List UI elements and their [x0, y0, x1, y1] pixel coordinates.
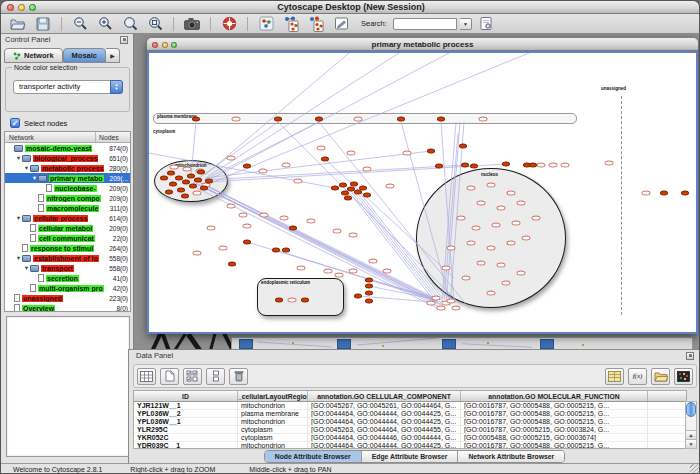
network-node[interactable] [169, 182, 177, 187]
network-node[interactable] [529, 163, 537, 168]
network-node-label[interactable] [537, 163, 546, 168]
tab-network[interactable]: Network [4, 48, 63, 63]
network-node-label[interactable] [487, 183, 496, 188]
float-data-panel-icon[interactable] [686, 352, 694, 360]
tree-row[interactable]: ▼cellular process614(0) [5, 213, 130, 223]
network-node-label[interactable] [502, 281, 511, 286]
resize-grip[interactable] [690, 464, 700, 474]
network-node[interactable] [350, 182, 358, 187]
tree-row[interactable]: macromolecule311(0) [5, 203, 130, 213]
function-builder-button[interactable]: f(x) [628, 368, 647, 385]
tree-row[interactable]: ▼establishment of lo558(0) [5, 253, 130, 263]
network-node[interactable] [321, 157, 329, 162]
vizmapper-button[interactable] [255, 15, 277, 33]
tab-edge-attribute-browser[interactable]: Edge Attribute Browser [362, 451, 459, 462]
table-row[interactable]: YPL036W__1mitochondrion[GO:0044464, GO:0… [134, 418, 686, 426]
network-view-titlebar[interactable]: primary metabolic process [147, 38, 698, 51]
close-window-button[interactable] [7, 4, 14, 11]
close-view-button[interactable] [152, 42, 158, 48]
network-node[interactable] [194, 178, 202, 183]
search-input[interactable] [393, 18, 457, 30]
network-node-label[interactable] [349, 269, 358, 274]
table-row[interactable]: YDR039C__1mitochondrion[GO:0044464, GO:0… [134, 442, 686, 449]
tabs-overflow-arrow[interactable]: ▶ [106, 48, 120, 63]
zoom-view-button[interactable] [171, 42, 177, 48]
network-node[interactable] [301, 298, 309, 303]
network-node-label[interactable] [170, 165, 179, 170]
node-color-attribute-select[interactable]: transporter activity ▲▼ [13, 80, 123, 94]
heatmap-button[interactable] [674, 368, 693, 385]
network-node-label[interactable] [442, 266, 451, 271]
network-node[interactable] [461, 163, 469, 168]
table-cell[interactable]: cytoplasm [238, 426, 308, 433]
table-cell[interactable]: [GO:0045267, GO:0045261, GO:0044464, G..… [308, 402, 461, 409]
snapshot-camera-button[interactable] [181, 15, 203, 33]
table-cell[interactable]: plasma membrane [238, 410, 308, 417]
float-panel-icon[interactable] [120, 36, 128, 44]
network-node-label[interactable] [492, 223, 501, 228]
network-node[interactable] [181, 194, 189, 199]
table-row[interactable]: YKR052Ccytoplasm[GO:0044464, GO:0044446,… [134, 434, 686, 442]
network-node-label[interactable] [349, 233, 358, 238]
network-node[interactable] [660, 191, 668, 196]
network-node-label[interactable] [472, 226, 481, 231]
network-node[interactable] [228, 262, 236, 267]
network-node[interactable] [289, 226, 297, 231]
network-node[interactable] [359, 186, 367, 191]
network-node[interactable] [435, 164, 443, 169]
tree-row[interactable]: nucleobase-209(0) [5, 183, 130, 193]
select-nodes-checkbox[interactable]: ✓ [10, 118, 20, 128]
network-node[interactable] [315, 117, 323, 122]
window-titlebar[interactable]: Cytoscape Desktop (New Session) [1, 1, 700, 14]
network-node-label[interactable] [497, 263, 506, 268]
table-cell[interactable]: [GO:0044464, GO:0044444, GO:0044425, G..… [308, 442, 461, 449]
tree-row[interactable]: Overview8(0) [5, 303, 130, 312]
network-node[interactable] [275, 298, 283, 303]
annotation-button[interactable] [330, 15, 352, 33]
network-node[interactable] [363, 193, 371, 198]
attribute-table-button[interactable] [605, 368, 624, 385]
tab-node-attribute-browser[interactable]: Node Attribute Browser [265, 451, 362, 462]
table-cell[interactable]: YLR295C [134, 426, 238, 433]
network-node-label[interactable] [467, 186, 476, 191]
network-node-label[interactable] [243, 224, 252, 229]
search-config-button[interactable] [475, 15, 497, 33]
network-node[interactable] [502, 162, 510, 167]
network-node[interactable] [365, 284, 373, 289]
network-node[interactable] [365, 291, 373, 296]
tree-row[interactable]: ▼transport558(0) [5, 263, 130, 273]
table-cell[interactable]: [GO:0044464, GO:0044444, GO:0044425, G..… [308, 410, 461, 417]
network-node-label[interactable] [517, 201, 526, 206]
select-attributes-button[interactable] [183, 368, 202, 385]
network-node[interactable] [272, 248, 280, 253]
network-node-label[interactable] [383, 269, 392, 274]
disclosure-triangle-icon[interactable]: ▼ [23, 265, 30, 271]
network-node-label[interactable] [457, 216, 466, 221]
network-node-label[interactable] [386, 184, 395, 189]
network-node-label[interactable] [227, 204, 236, 209]
network-node[interactable] [437, 117, 445, 122]
tab-network-attribute-browser[interactable]: Network Attribute Browser [458, 451, 564, 462]
network-node-label[interactable] [532, 216, 541, 221]
search-dropdown-button[interactable]: ▼ [460, 18, 472, 30]
table-cell[interactable]: [GO:0016787, GO:0005215, GO:0003824, G..… [461, 426, 648, 433]
scroll-down-button[interactable]: ▼ [686, 439, 696, 448]
network-node[interactable] [192, 117, 200, 122]
tree-row[interactable]: nitrogen compo209(0) [5, 193, 130, 203]
network-node-label[interactable] [369, 259, 378, 264]
network-node[interactable] [339, 183, 347, 188]
network-node-label[interactable] [347, 151, 356, 156]
network-node-label[interactable] [642, 191, 651, 196]
network-node[interactable] [274, 117, 282, 122]
table-cell[interactable]: YPL036W__1 [134, 418, 238, 425]
network-node-label[interactable] [239, 213, 248, 218]
network-node-label[interactable] [452, 306, 461, 311]
network-node-label[interactable] [467, 241, 476, 246]
network-node-label[interactable] [260, 213, 269, 218]
table-cell[interactable]: [GO:0005488, GO:0005215, GO:0003674] [461, 434, 648, 441]
network-node-label[interactable] [403, 151, 412, 156]
network-node-label[interactable] [497, 206, 506, 211]
network-node-label[interactable] [294, 179, 303, 184]
zoom-fit-button[interactable] [144, 15, 166, 33]
table-cell[interactable]: YDR039C__1 [134, 442, 238, 449]
